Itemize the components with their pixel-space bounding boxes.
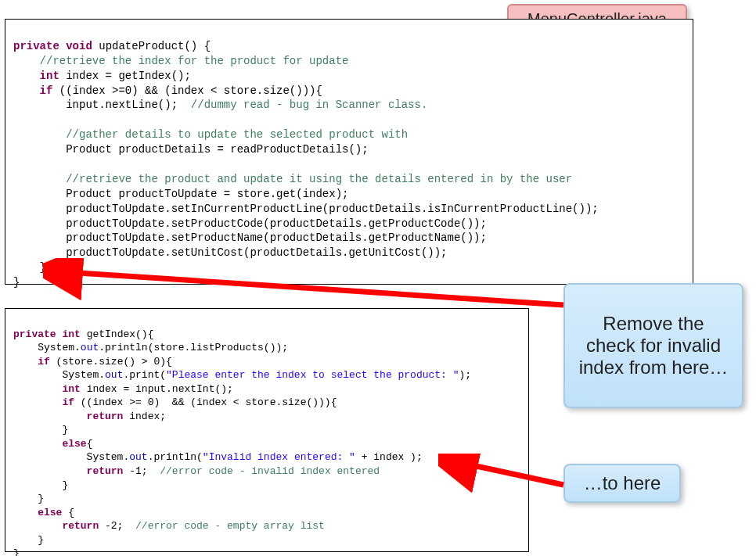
code-txt: input.nextLine(); bbox=[13, 99, 191, 111]
code-txt: System. bbox=[13, 369, 105, 381]
code-kw: private bbox=[13, 328, 56, 340]
code-txt: (store.size() > 0){ bbox=[50, 356, 172, 368]
code-txt: } bbox=[13, 424, 68, 436]
callout-text: Remove the check for invalid index from … bbox=[578, 313, 729, 378]
code-txt: System. bbox=[13, 342, 81, 353]
code-txt bbox=[13, 158, 20, 170]
callout-text: …to here bbox=[584, 472, 661, 494]
callout-to-here: …to here bbox=[563, 464, 681, 503]
code-comment: //gather details to update the selected … bbox=[13, 128, 408, 141]
code-txt: Product productToUpdate = store.get(inde… bbox=[13, 188, 348, 200]
code-txt: -1; bbox=[123, 465, 160, 477]
code-txt: .print( bbox=[123, 369, 166, 381]
code-txt: } bbox=[13, 276, 20, 289]
code-kw: void bbox=[59, 40, 92, 52]
code-str: "Please enter the index to select the pr… bbox=[166, 369, 459, 381]
code-txt: } bbox=[13, 493, 44, 504]
code-txt: index; bbox=[123, 411, 166, 422]
code-txt: productToUpdate.setProductCode(productDe… bbox=[13, 217, 487, 230]
code-kw: private bbox=[13, 40, 59, 52]
code-txt: { bbox=[87, 438, 93, 450]
code-kw: if bbox=[13, 84, 52, 97]
code-txt: + index ); bbox=[355, 451, 423, 463]
code-comment: //error code - empty array list bbox=[135, 520, 325, 532]
code-txt: ((index >= 0) && (index < store.size()))… bbox=[74, 396, 337, 408]
code-kw: if bbox=[13, 396, 74, 408]
code-txt: .println(store.listProducts()); bbox=[99, 342, 288, 353]
code-comment: //dummy read - bug in Scanner class. bbox=[191, 99, 427, 111]
code-txt: ); bbox=[459, 369, 472, 381]
code-box-bottom: private int getIndex(){ System.out.print… bbox=[5, 308, 529, 552]
code-comment: //retrieve the product and update it usi… bbox=[13, 173, 572, 185]
code-txt: updateProduct() { bbox=[92, 40, 211, 52]
code-txt: } bbox=[13, 479, 68, 491]
code-sys: out bbox=[81, 342, 99, 353]
code-kw: else bbox=[13, 438, 87, 450]
code-txt bbox=[13, 113, 20, 126]
code-comment: //error code - invalid index entered bbox=[160, 465, 380, 477]
code-kw: return bbox=[13, 465, 123, 477]
code-kw: return bbox=[13, 520, 99, 532]
code-sys: out bbox=[129, 451, 147, 463]
code-txt: ((index >=0) && (index < store.size())){ bbox=[52, 84, 322, 97]
code-txt: productToUpdate.setInCurrentProductLine(… bbox=[13, 203, 599, 215]
code-txt: System. bbox=[13, 451, 129, 463]
code-txt: getIndex(){ bbox=[81, 328, 154, 340]
code-kw: else bbox=[13, 507, 62, 518]
code-comment: //retrieve the index for the product for… bbox=[13, 55, 348, 67]
code-kw: return bbox=[13, 411, 123, 422]
code-txt: index = getIndex(); bbox=[59, 70, 191, 82]
code-txt: { bbox=[62, 507, 74, 518]
code-txt: productToUpdate.setUnitCost(productDetai… bbox=[13, 246, 448, 259]
code-txt: .println( bbox=[148, 451, 203, 463]
code-txt: } bbox=[13, 261, 46, 274]
code-sys: out bbox=[105, 369, 123, 381]
code-kw: int bbox=[13, 70, 59, 82]
code-box-top: private void updateProduct() { //retriev… bbox=[5, 19, 693, 285]
code-kw: int bbox=[13, 383, 81, 395]
code-kw: int bbox=[56, 328, 81, 340]
code-txt: -2; bbox=[99, 520, 135, 532]
code-txt: } bbox=[13, 547, 20, 556]
code-str: "Invalid index entered: " bbox=[203, 451, 355, 463]
code-kw: if bbox=[13, 356, 50, 368]
code-txt: Product productDetails = readProductDeta… bbox=[13, 143, 369, 156]
callout-remove-check: Remove the check for invalid index from … bbox=[563, 283, 743, 408]
code-txt: index = input.nextInt(); bbox=[81, 383, 233, 395]
code-txt: productToUpdate.setProductName(productDe… bbox=[13, 231, 487, 244]
code-txt: } bbox=[13, 534, 44, 546]
